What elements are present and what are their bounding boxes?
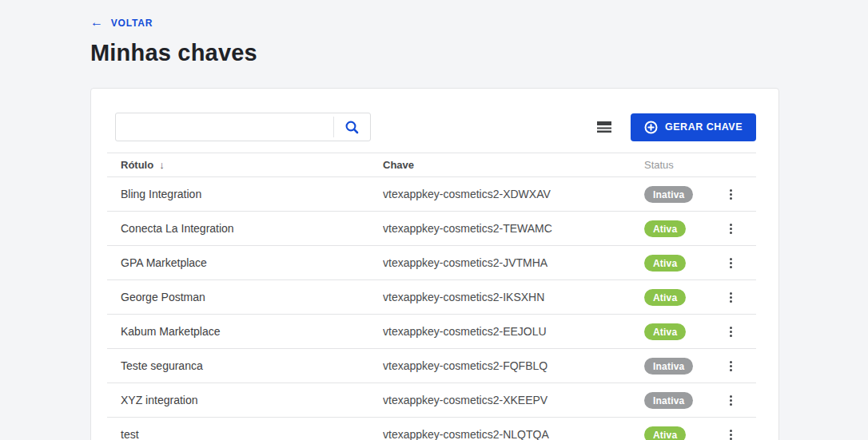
search-icon [344, 120, 360, 135]
kebab-icon [730, 361, 732, 363]
column-header-status: Status [644, 159, 715, 171]
column-header-rotulo[interactable]: Rótulo ↓ [107, 159, 383, 171]
key-value: vtexappkey-cosmetics2-TEWAMC [383, 222, 644, 235]
search-button[interactable] [334, 113, 370, 141]
back-link-label: VOLTAR [111, 18, 153, 29]
status-cell: Ativa [644, 289, 715, 306]
table-row[interactable]: XYZ integration vtexappkey-cosmetics2-XK… [107, 383, 756, 418]
actions-cell [715, 426, 756, 440]
row-actions-button[interactable] [726, 185, 736, 204]
table-body: Bling Integration vtexappkey-cosmetics2-… [107, 177, 756, 440]
status-badge: Ativa [644, 220, 686, 237]
key-value: vtexappkey-cosmetics2-JVTMHA [383, 256, 644, 269]
key-label: Conecta La Integration [107, 222, 383, 235]
keys-table: Rótulo ↓ Chave Status Bling Integration … [107, 153, 756, 440]
row-actions-button[interactable] [726, 288, 736, 307]
key-label: XYZ integration [107, 394, 383, 406]
keys-card: GERAR CHAVE Rótulo ↓ Chave Status Bling … [90, 88, 779, 440]
status-cell: Ativa [644, 323, 715, 340]
actions-cell [715, 220, 756, 238]
table-row[interactable]: test vtexappkey-cosmetics2-NLQTQA Ativa [107, 418, 756, 440]
key-label: GPA Marketplace [107, 256, 383, 269]
table-row[interactable]: Bling Integration vtexappkey-cosmetics2-… [107, 177, 756, 212]
row-actions-button[interactable] [726, 391, 736, 410]
kebab-icon [730, 258, 732, 260]
status-cell: Inativa [644, 186, 715, 203]
table-header: Rótulo ↓ Chave Status [107, 153, 756, 177]
actions-cell [715, 323, 756, 341]
status-badge: Inativa [644, 392, 693, 409]
kebab-icon [730, 430, 732, 432]
generate-key-label: GERAR CHAVE [665, 121, 743, 133]
key-value: vtexappkey-cosmetics2-XDWXAV [383, 188, 644, 200]
actions-cell [715, 254, 756, 272]
table-row[interactable]: George Postman vtexappkey-cosmetics2-IKS… [107, 280, 756, 315]
status-cell: Ativa [644, 426, 715, 440]
row-actions-button[interactable] [726, 254, 736, 272]
row-actions-button[interactable] [726, 220, 736, 238]
status-badge: Inativa [644, 186, 693, 203]
key-value: vtexappkey-cosmetics2-EEJOLU [383, 325, 644, 338]
key-value: vtexappkey-cosmetics2-FQFBLQ [383, 359, 644, 372]
search-input[interactable] [116, 113, 333, 141]
key-label: Kabum Marketplace [107, 325, 383, 338]
kebab-icon [730, 224, 732, 226]
key-label: test [107, 428, 383, 440]
kebab-icon [730, 327, 732, 329]
table-row[interactable]: Kabum Marketplace vtexappkey-cosmetics2-… [107, 315, 756, 349]
page-header: ← VOLTAR Minhas chaves [0, 0, 868, 66]
plus-circle-icon [644, 121, 658, 134]
density-button[interactable] [594, 118, 615, 137]
status-cell: Ativa [644, 255, 715, 272]
column-header-chave: Chave [383, 159, 644, 171]
status-badge: Ativa [644, 323, 686, 340]
row-actions-button[interactable] [726, 357, 736, 375]
back-link[interactable]: ← VOLTAR [90, 17, 153, 30]
toolbar: GERAR CHAVE [91, 89, 778, 141]
status-badge: Inativa [644, 358, 693, 375]
row-actions-button[interactable] [726, 426, 736, 440]
actions-cell [715, 288, 756, 307]
actions-cell [715, 391, 756, 410]
table-row[interactable]: Conecta La Integration vtexappkey-cosmet… [107, 212, 756, 246]
actions-cell [715, 185, 756, 204]
kebab-icon [730, 395, 732, 398]
key-label: George Postman [107, 291, 383, 303]
status-cell: Ativa [644, 220, 715, 237]
key-value: vtexappkey-cosmetics2-IKSXHN [383, 291, 644, 303]
kebab-icon [730, 292, 732, 295]
toolbar-actions: GERAR CHAVE [594, 113, 756, 141]
key-value: vtexappkey-cosmetics2-XKEEPV [383, 394, 644, 406]
key-label: Bling Integration [107, 188, 383, 200]
key-label: Teste seguranca [107, 359, 383, 372]
column-header-rotulo-label: Rótulo [121, 159, 153, 171]
status-cell: Inativa [644, 358, 715, 375]
search-box [115, 113, 371, 141]
back-arrow-icon: ← [90, 16, 104, 29]
density-icon [597, 121, 611, 133]
row-actions-button[interactable] [726, 323, 736, 341]
page-title: Minhas chaves [90, 40, 868, 66]
table-row[interactable]: GPA Marketplace vtexappkey-cosmetics2-JV… [107, 246, 756, 280]
generate-key-button[interactable]: GERAR CHAVE [631, 113, 756, 141]
status-badge: Ativa [644, 426, 686, 440]
status-badge: Ativa [644, 255, 686, 272]
status-cell: Inativa [644, 392, 715, 409]
kebab-icon [730, 189, 732, 192]
table-row[interactable]: Teste seguranca vtexappkey-cosmetics2-FQ… [107, 349, 756, 383]
sort-desc-icon: ↓ [159, 159, 165, 171]
actions-cell [715, 357, 756, 375]
status-badge: Ativa [644, 289, 686, 306]
key-value: vtexappkey-cosmetics2-NLQTQA [383, 428, 644, 440]
